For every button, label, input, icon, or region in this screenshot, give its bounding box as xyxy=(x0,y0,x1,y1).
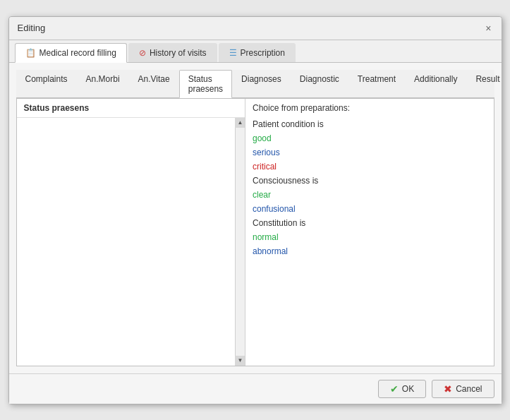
tab-treatment[interactable]: Treatment xyxy=(348,70,405,97)
tab-medical-record[interactable]: 📋 Medical record filling xyxy=(15,43,127,63)
scroll-up-arrow[interactable]: ▲ xyxy=(235,118,245,128)
choice-item[interactable]: serious xyxy=(253,145,487,160)
top-tab-bar: 📋 Medical record filling ⊘ History of vi… xyxy=(9,40,502,63)
dialog-body: Complaints An.Morbi An.Vitae Status prae… xyxy=(9,63,502,373)
editing-dialog: Editing × 📋 Medical record filling ⊘ His… xyxy=(8,16,502,404)
tab-result[interactable]: Result xyxy=(466,70,509,97)
right-panel: Choice from preparations: Patient condit… xyxy=(245,99,494,366)
title-bar: Editing × xyxy=(9,17,502,40)
choice-item[interactable]: critical xyxy=(253,160,487,174)
cancel-label: Cancel xyxy=(456,384,482,394)
status-praesens-textarea[interactable] xyxy=(17,118,245,366)
choice-item[interactable]: normal xyxy=(253,230,487,244)
tab-diagnostic[interactable]: Diagnostic xyxy=(291,70,348,97)
history-icon: ⊘ xyxy=(139,48,146,58)
tab-an-vitae[interactable]: An.Vitae xyxy=(129,70,179,97)
ok-icon: ✔ xyxy=(390,383,399,395)
left-panel-header: Status praesens xyxy=(17,99,245,118)
right-panel-header: Choice from preparations: xyxy=(253,103,487,113)
choice-item[interactable]: confusional xyxy=(253,202,487,216)
choice-item[interactable]: Consciousness is xyxy=(253,174,487,188)
tab-diagnoses[interactable]: Diagnoses xyxy=(232,70,291,97)
tab-history-label: History of visits xyxy=(150,48,207,58)
scroll-down-arrow[interactable]: ▼ xyxy=(235,356,245,366)
cancel-icon: ✖ xyxy=(444,383,452,395)
tab-an-morbi[interactable]: An.Morbi xyxy=(77,70,129,97)
choice-item[interactable]: clear xyxy=(253,188,487,202)
left-panel: Status praesens ▲ ▼ xyxy=(17,99,245,366)
medical-record-icon: 📋 xyxy=(25,48,36,58)
tab-additionally[interactable]: Additionally xyxy=(405,70,466,97)
choice-item[interactable]: Patient condition is xyxy=(253,117,487,131)
prescription-icon: ☰ xyxy=(229,48,237,58)
close-button[interactable]: × xyxy=(484,23,492,34)
choice-item[interactable]: Constitution is xyxy=(253,216,487,230)
content-area: Status praesens ▲ ▼ Choice from preparat… xyxy=(16,98,494,366)
tab-medical-record-label: Medical record filling xyxy=(40,48,116,58)
dialog-title: Editing xyxy=(18,23,46,33)
tab-prescription[interactable]: ☰ Prescription xyxy=(219,43,296,62)
tab-complaints[interactable]: Complaints xyxy=(16,70,77,97)
ok-label: OK xyxy=(402,384,414,394)
choice-item[interactable]: abnormal xyxy=(253,244,487,258)
cancel-button[interactable]: ✖ Cancel xyxy=(432,380,494,398)
text-area-wrapper: ▲ ▼ xyxy=(17,118,245,366)
vertical-scrollbar[interactable]: ▲ ▼ xyxy=(235,118,245,366)
inner-tab-bar: Complaints An.Morbi An.Vitae Status prae… xyxy=(16,70,494,98)
dialog-footer: ✔ OK ✖ Cancel xyxy=(9,373,502,404)
tab-status-praesens[interactable]: Status praesens xyxy=(179,70,232,98)
choice-item[interactable]: good xyxy=(253,131,487,145)
ok-button[interactable]: ✔ OK xyxy=(378,380,426,398)
choice-items-list: Patient condition isgoodseriouscriticalC… xyxy=(253,117,487,258)
tab-history[interactable]: ⊘ History of visits xyxy=(128,43,217,62)
tab-prescription-label: Prescription xyxy=(241,48,285,58)
